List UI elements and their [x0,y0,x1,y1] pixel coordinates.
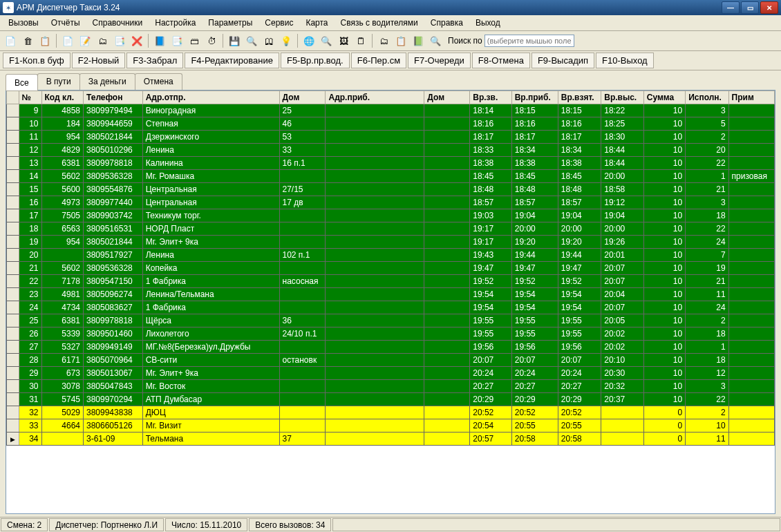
toolbar-btn-19[interactable]: 🗒 [353,33,368,48]
toolbar-btn-6[interactable]: 📑 [112,33,127,48]
col-header-8[interactable]: Вр.приб. [511,91,558,104]
fkey-10[interactable]: F10-Выход [596,53,654,68]
col-header-5[interactable]: Адр.приб. [326,91,424,104]
table-row[interactable]: 22717838095471501 Фабриканасосная19:5219… [7,275,775,288]
calls-grid[interactable]: №Код кл.ТелефонАдр.отпр.ДомАдр.приб.ДомВ… [6,91,775,446]
cell-tel: 3805070964 [83,354,142,367]
col-header-1[interactable]: Код кл. [41,91,83,104]
table-row[interactable]: 3346643806605126Мг. Визит20:5420:5520:55… [7,419,775,433]
menu-item-8[interactable]: Справка [425,17,469,29]
tab-2[interactable]: За деньги [79,73,135,90]
tab-1[interactable]: В пути [37,73,80,90]
toolbar-btn-3[interactable]: 📄 [60,33,75,48]
toolbar-btn-2[interactable]: 📋 [37,33,53,48]
maximize-button[interactable]: ▭ [741,1,759,14]
fkey-5[interactable]: F5-Вр.пр.вод. [281,53,350,68]
table-row[interactable]: 2861713805070964СВ-ситиостановк20:0720:0… [7,354,775,367]
table-row[interactable]: 101843809944659Степная4618:1618:1618:161… [7,117,775,131]
menu-item-2[interactable]: Справочники [87,17,149,29]
menu-item-5[interactable]: Сервис [259,17,299,29]
menu-item-7[interactable]: Связь с водителями [335,17,424,29]
grid-container[interactable]: №Код кл.ТелефонАдр.отпр.ДомАдр.приб.ДомВ… [6,90,775,514]
menu-item-0[interactable]: Вызовы [3,17,44,29]
fkey-1[interactable]: F1-Коп.в буф [3,53,70,68]
cell-a1: НОРД Пласт [142,222,279,236]
table-row[interactable]: 3250293809943838ДЮЦ20:5220:5220:5202 [7,406,775,419]
table-row[interactable]: 24473438050836271 Фабрика19:5419:5419:54… [7,301,775,314]
toolbar-btn-14[interactable]: 🕮 [261,33,276,48]
col-header-7[interactable]: Вр.зв. [470,91,511,104]
fkey-9[interactable]: F9-Высадип [531,53,594,68]
col-header-13[interactable]: Прим [728,91,774,104]
table-row[interactable]: 2156023809536328Копейка19:4719:4719:4720… [7,262,775,275]
toolbar-btn-20[interactable]: 🗂 [376,33,391,48]
toolbar-btn-7[interactable]: ❌ [129,33,144,48]
table-row[interactable]: 1456023809536328Мг. Ромашка18:4518:4518:… [7,170,775,183]
fkey-6[interactable]: F6-Пер.см [351,53,406,68]
toolbar-btn-0[interactable]: 📄 [3,33,18,48]
table-row[interactable]: 1363813809978818Калинина16 п.118:3818:38… [7,157,775,170]
cell-prim [728,183,774,196]
toolbar-btn-18[interactable]: 🖼 [336,33,351,48]
table-row[interactable]: 203809517927Ленина102 п.119:4319:4419:44… [7,249,775,262]
col-header-11[interactable]: Сумма [643,91,685,104]
toolbar-btn-11[interactable]: ⏱ [204,33,219,48]
fkey-7[interactable]: F7-Очереди [408,53,471,68]
search-input[interactable] [484,35,574,47]
table-row[interactable]: 3157453809970294АТП Думбасар20:2920:2920… [7,393,775,406]
col-header-2[interactable]: Телефон [83,91,142,104]
toolbar-btn-1[interactable]: 🗑 [20,33,35,48]
table-row[interactable]: 119543805021844Дзержинского5318:1718:171… [7,131,775,144]
table-row[interactable]: 343-61-09Тельмана3720:5720:5820:58011 [7,433,775,446]
table-row[interactable]: 2563813809978818Щёрса3619:5519:5519:5520… [7,314,775,327]
col-header-4[interactable]: Дом [279,91,326,104]
col-header-9[interactable]: Вр.взят. [558,91,601,104]
toolbar-btn-22[interactable]: 📗 [411,33,426,48]
fkey-3[interactable]: F3-Забрал [126,53,183,68]
table-row[interactable]: 1775053809903742Техникум торг.19:0319:04… [7,209,775,222]
fkey-8[interactable]: F8-Отмена [472,53,530,68]
table-row[interactable]: 199543805021844Мг. Элит+ 9ка19:1719:2019… [7,236,775,249]
menu-item-1[interactable]: Отчёты [46,17,86,29]
table-row[interactable]: 1865633809516531НОРД Пласт19:1720:0020:0… [7,222,775,236]
table-row[interactable]: 1649733809977440Центральная17 дв18:5718:… [7,196,775,209]
col-header-3[interactable]: Адр.отпр. [142,91,279,104]
menu-item-9[interactable]: Выход [470,17,506,29]
toolbar-btn-9[interactable]: 📑 [169,33,185,48]
table-row[interactable]: 948583809979494Виноградная2518:1418:1518… [7,104,775,117]
toolbar-btn-4[interactable]: 📝 [77,33,93,48]
cell-t2: 18:48 [511,183,558,196]
toolbar-btn-21[interactable]: 📋 [393,33,408,48]
col-header-12[interactable]: Исполн. [686,91,728,104]
tab-3[interactable]: Отмена [135,73,182,90]
toolbar-btn-23[interactable]: 🔍 [428,33,443,48]
table-row[interactable]: 1556003809554876Центральная27/1518:4818:… [7,183,775,196]
cell-a2 [326,367,424,380]
table-row[interactable]: 2753273809949149МГ.№8(Березка)ул.Дружбы1… [7,341,775,354]
toolbar-btn-8[interactable]: 📘 [152,33,167,48]
col-header-6[interactable]: Дом [424,91,470,104]
tab-0[interactable]: Все [6,74,38,91]
toolbar-btn-17[interactable]: 🔍 [319,33,334,48]
col-header-10[interactable]: Вр.выс. [601,91,644,104]
toolbar-btn-15[interactable]: 💡 [279,33,294,48]
minimize-button[interactable]: — [722,1,740,14]
toolbar-btn-13[interactable]: 🔍 [244,33,259,48]
close-button[interactable]: ✕ [760,1,778,14]
toolbar-btn-12[interactable]: 💾 [227,33,242,48]
table-row[interactable]: 3030783805047843Мг. Восток20:2720:2720:2… [7,380,775,393]
menu-item-3[interactable]: Настройка [149,17,201,29]
toolbar-btn-16[interactable]: 🌐 [301,33,317,48]
table-row[interactable]: 1248293805010296Ленина3318:3318:3418:341… [7,144,775,157]
fkey-2[interactable]: F2-Новый [72,53,126,68]
menu-item-6[interactable]: Карта [300,17,333,29]
table-row[interactable]: 296733805013067Мг. Элит+ 9ка20:2420:2420… [7,367,775,380]
col-header-0[interactable]: № [19,91,41,104]
menu-item-4[interactable]: Параметры [203,17,258,29]
cell-d2 [424,222,470,236]
toolbar-btn-5[interactable]: 🗂 [95,33,110,48]
table-row[interactable]: 2653393809501460Лихолетого24/10 п.119:55… [7,327,775,341]
table-row[interactable]: 2349813805096274Ленина/Тельмана19:5419:5… [7,288,775,301]
fkey-4[interactable]: F4-Редактирование [185,53,279,68]
toolbar-btn-10[interactable]: 🗃 [187,33,202,48]
